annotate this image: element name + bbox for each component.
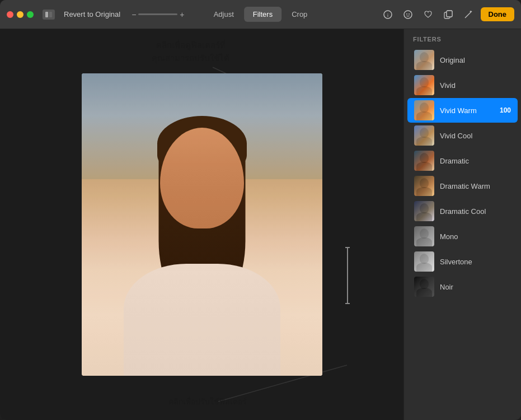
filters-header: FILTERS (404, 29, 521, 47)
emoji-button[interactable] (400, 7, 416, 22)
traffic-lights (7, 11, 34, 18)
filters-sidebar: FILTERS Original Vivid Vivid Warm 100 (403, 29, 521, 420)
svg-text:i: i (387, 12, 388, 18)
filter-name-mono: Mono (440, 232, 511, 241)
callout-top: คลิกเพื่อดูฟิลเตอร์ที่คุณสามารถปรับใช้ได… (129, 39, 252, 64)
filter-thumb-dramatic-cool (414, 201, 434, 221)
filter-thumb-dramatic-warm (414, 176, 434, 196)
photo-area: คลิกเพื่อดูฟิลเตอร์ที่คุณสามารถปรับใช้ได… (0, 29, 403, 420)
filter-item-original[interactable]: Original (407, 48, 518, 72)
revert-button[interactable]: Revert to Original (59, 8, 125, 21)
tab-crop[interactable]: Crop (283, 7, 316, 22)
svg-rect-1 (49, 12, 52, 17)
filter-item-dramatic[interactable]: Dramatic (407, 148, 518, 173)
slider-plus-icon[interactable]: + (180, 10, 184, 19)
photo-background (82, 73, 322, 376)
tab-adjust[interactable]: Adjust (205, 7, 243, 22)
filter-thumb-mono (414, 226, 434, 246)
filter-value-vivid-warm: 100 (500, 106, 511, 114)
filter-item-vivid[interactable]: Vivid (407, 73, 518, 97)
duplicate-button[interactable] (440, 7, 456, 22)
svg-point-4 (404, 11, 412, 18)
filter-name-vivid-cool: Vivid Cool (440, 132, 511, 140)
filter-name-dramatic-cool: Dramatic Cool (440, 207, 511, 216)
done-button[interactable]: Done (481, 7, 515, 21)
heart-button[interactable] (420, 7, 436, 22)
filter-item-noir[interactable]: Noir (407, 274, 518, 299)
app-window: Revert to Original − + Adjust Filters Cr… (0, 0, 521, 420)
magic-wand-button[interactable] (461, 7, 476, 22)
filter-name-noir: Noir (440, 283, 511, 291)
toolbar-right: i (380, 7, 515, 22)
filter-thumb-vivid-cool (414, 125, 434, 146)
filter-name-vivid-warm: Vivid Warm (440, 106, 494, 115)
main-photo (82, 73, 322, 376)
view-toggle (43, 10, 55, 20)
main-content: คลิกเพื่อดูฟิลเตอร์ที่คุณสามารถปรับใช้ได… (0, 29, 521, 420)
callout-bottom: คลิกเพื่อปรับใช้ฟิลเตอร์ (146, 396, 269, 408)
maximize-button[interactable] (27, 11, 34, 18)
brightness-slider-area: − + (132, 10, 184, 19)
svg-rect-9 (447, 11, 452, 17)
body-shape (124, 264, 280, 376)
filter-item-mono[interactable]: Mono (407, 224, 518, 249)
filter-name-dramatic-warm: Dramatic Warm (440, 182, 511, 190)
svg-line-10 (465, 13, 470, 18)
filter-item-vivid-cool[interactable]: Vivid Cool (407, 123, 518, 148)
filter-thumb-original (414, 50, 434, 70)
filter-name-silvertone: Silvertone (440, 258, 511, 266)
filter-thumb-silvertone (414, 251, 434, 272)
view-single-button[interactable] (43, 10, 55, 20)
filter-thumb-vivid-warm (414, 100, 434, 120)
filter-item-silvertone[interactable]: Silvertone (407, 249, 518, 274)
filter-list: Original Vivid Vivid Warm 100 Vivid Cool (404, 47, 521, 420)
filter-name-original: Original (440, 56, 511, 64)
filter-item-dramatic-warm[interactable]: Dramatic Warm (407, 174, 518, 198)
svg-point-5 (406, 13, 407, 15)
close-button[interactable] (7, 11, 13, 18)
svg-rect-0 (45, 12, 48, 17)
titlebar: Revert to Original − + Adjust Filters Cr… (0, 0, 521, 29)
filter-name-dramatic: Dramatic (440, 157, 511, 165)
minimize-button[interactable] (17, 11, 24, 18)
filter-thumb-noir (414, 277, 434, 297)
slider-track[interactable] (138, 13, 177, 15)
filter-item-vivid-warm[interactable]: Vivid Warm 100 (407, 98, 518, 123)
filter-thumb-dramatic (414, 151, 434, 171)
info-button[interactable]: i (380, 7, 396, 22)
tab-toolbar: Adjust Filters Crop (205, 7, 317, 22)
svg-point-6 (409, 13, 410, 15)
filter-thumb-vivid (414, 75, 434, 95)
filter-item-dramatic-cool[interactable]: Dramatic Cool (407, 199, 518, 223)
filter-name-vivid: Vivid (440, 81, 511, 90)
tab-filters[interactable]: Filters (244, 7, 281, 22)
slider-minus-icon[interactable]: − (132, 10, 136, 19)
